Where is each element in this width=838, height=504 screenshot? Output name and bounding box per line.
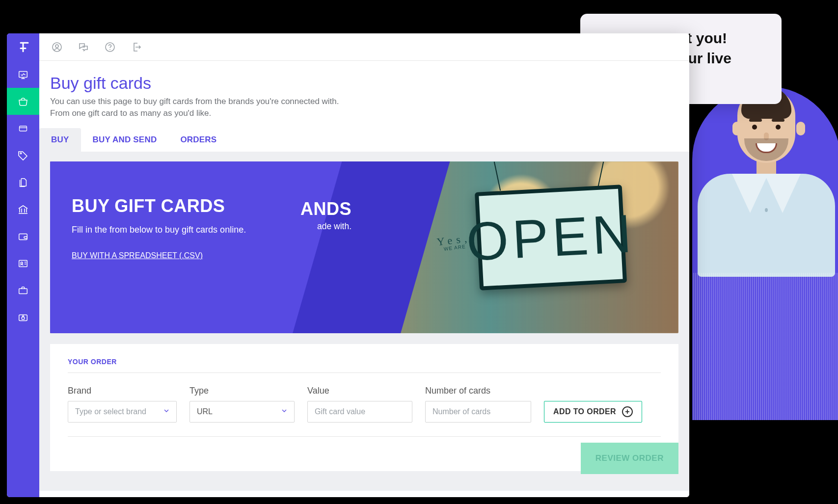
chevron-down-icon [162, 407, 170, 417]
label-brand: Brand [68, 386, 177, 396]
tab-orders[interactable]: ORDERS [168, 128, 228, 152]
type-select-value: URL [197, 407, 213, 416]
count-input-wrap [425, 401, 531, 423]
add-to-order-label: ADD TO ORDER [553, 407, 616, 416]
label-type: Type [189, 386, 295, 396]
nav-contacts[interactable] [7, 250, 39, 277]
add-to-order-button[interactable]: ADD TO ORDER + [544, 401, 642, 423]
page-title: Buy gift cards [39, 74, 689, 96]
demo-base-shadow [688, 424, 838, 504]
order-card: YOUR ORDER Brand Type or select brand [50, 344, 678, 471]
label-count: Number of cards [425, 386, 531, 396]
nav-dashboard[interactable] [7, 61, 39, 88]
field-brand: Brand Type or select brand [68, 386, 177, 423]
app-window: Buy gift cards You can use this page to … [7, 33, 689, 497]
main-column: Buy gift cards You can use this page to … [39, 33, 689, 497]
svg-rect-4 [19, 260, 27, 266]
field-value: Value [307, 386, 412, 423]
value-input[interactable] [315, 401, 393, 422]
logout-icon[interactable] [130, 40, 143, 54]
order-heading: YOUR ORDER [68, 358, 661, 366]
content: Buy gift cards You can use this page to … [39, 61, 689, 491]
brand-logo[interactable] [7, 33, 39, 61]
svg-point-12 [109, 49, 110, 50]
svg-rect-6 [19, 289, 27, 293]
value-input-wrap [307, 401, 412, 423]
nav-buy-gift-cards[interactable] [7, 88, 39, 115]
svg-rect-1 [20, 126, 27, 131]
nav-secure-card[interactable] [7, 304, 39, 331]
chevron-down-icon [280, 407, 288, 417]
nav-bank[interactable] [7, 196, 39, 223]
open-sign-graphic: Yes,WE ARE OPEN [475, 185, 627, 290]
demo-presenter [692, 86, 838, 420]
type-select[interactable]: URL [189, 401, 295, 423]
nav-documents[interactable] [7, 169, 39, 196]
nav-cards[interactable] [7, 115, 39, 142]
tabs: BUY BUY AND SEND ORDERS [39, 128, 689, 152]
page-subtitle: You can use this page to buy gift cards … [39, 96, 353, 128]
hero-description: Fill in the from below to buy gift cards… [72, 223, 327, 237]
tab-panel: Yes,WE ARE OPEN ANDS ade with. BUY GIFT … [39, 152, 689, 491]
tab-label: BUY [51, 135, 69, 144]
nav-wallet[interactable] [7, 223, 39, 250]
brand-select[interactable]: Type or select brand [68, 401, 177, 423]
svg-point-2 [20, 153, 22, 154]
svg-rect-8 [22, 317, 25, 319]
help-icon[interactable] [103, 40, 117, 54]
nav-briefcase[interactable] [7, 277, 39, 304]
review-order-label: REVIEW ORDER [595, 453, 664, 463]
hero-banner: Yes,WE ARE OPEN ANDS ade with. BUY GIFT … [50, 161, 678, 333]
tab-buy[interactable]: BUY [39, 128, 81, 152]
chat-icon[interactable] [77, 40, 90, 54]
hero-csv-link[interactable]: BUY WITH A SPREADSHEET (.CSV) [72, 251, 203, 260]
sidebar [7, 33, 39, 497]
label-value: Value [307, 386, 412, 396]
field-type: Type URL [189, 386, 295, 423]
tab-label: ORDERS [180, 135, 216, 144]
review-order-button[interactable]: REVIEW ORDER [581, 443, 678, 474]
plus-circle-icon: + [622, 406, 633, 417]
svg-point-5 [21, 262, 23, 264]
user-icon[interactable] [50, 40, 64, 54]
tab-label: BUY AND SEND [93, 135, 157, 144]
svg-point-9 [53, 43, 61, 52]
hero-title: BUY GIFT CARDS [72, 196, 327, 216]
svg-point-10 [55, 45, 58, 48]
field-count: Number of cards [425, 386, 531, 423]
brand-select-placeholder: Type or select brand [75, 407, 146, 416]
tab-buy-and-send[interactable]: BUY AND SEND [81, 128, 169, 152]
topbar [39, 33, 689, 61]
count-input[interactable] [433, 401, 512, 422]
nav-tags[interactable] [7, 142, 39, 169]
order-form-row: Brand Type or select brand Type URL [68, 386, 661, 423]
